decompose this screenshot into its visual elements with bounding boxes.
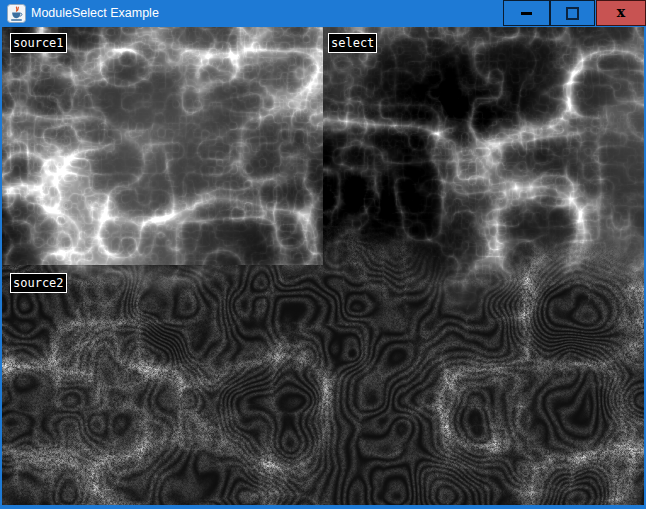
java-coffee-cup-icon <box>7 4 26 23</box>
minimize-button[interactable] <box>503 0 550 26</box>
maximize-button[interactable] <box>550 0 595 26</box>
source2-label: source2 <box>10 273 67 293</box>
close-button[interactable]: x <box>596 0 646 26</box>
window: ModuleSelect Example x source1 select so… <box>0 0 646 509</box>
source1-label: source1 <box>10 33 67 53</box>
content-area: source1 select source2 <box>2 27 644 505</box>
source1-noise-image <box>2 27 323 265</box>
close-icon: x <box>617 5 625 19</box>
maximize-icon <box>566 7 579 20</box>
titlebar[interactable]: ModuleSelect Example x <box>0 0 646 27</box>
window-title: ModuleSelect Example <box>31 0 159 27</box>
minimize-icon <box>521 12 532 15</box>
select-label: select <box>328 33 377 53</box>
